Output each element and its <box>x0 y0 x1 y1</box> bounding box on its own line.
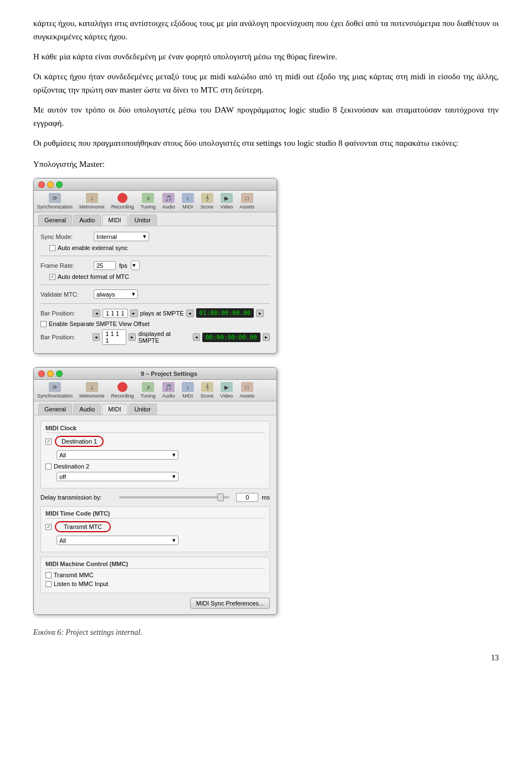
close-button-2[interactable] <box>38 370 45 377</box>
bar-pos-dec-1[interactable]: ◂ <box>93 309 100 317</box>
auto-detect-checkbox[interactable] <box>49 274 55 280</box>
auto-enable-checkbox[interactable] <box>49 245 55 251</box>
bar-pos-inc-1[interactable]: ▸ <box>130 309 138 317</box>
toolbar-synchronization[interactable]: ⟳ Synchronization <box>37 193 73 210</box>
validate-mtc-select[interactable]: always▾ <box>94 289 138 299</box>
destination2-checkbox[interactable] <box>45 464 52 470</box>
enable-offset-row: Enable Separate SMPTE View Offset <box>40 320 270 327</box>
listen-mmc-checkbox[interactable] <box>45 581 52 587</box>
timecode-inc-1[interactable]: ▸ <box>256 309 264 317</box>
toolbar2-recording[interactable]: Recording <box>111 382 134 399</box>
toolbar-midi[interactable]: ♪ MIDI <box>182 193 194 210</box>
transmit-mmc-checkbox[interactable] <box>45 572 52 578</box>
mtc-section: MIDI Time Code (MTC) Transmit MTC All▾ <box>40 506 270 552</box>
toolbar-metronome[interactable]: ♩ Metronome <box>79 193 105 210</box>
paragraph-4: Με αυτόν τον τρόπο οι δύο υπολογιστές μέ… <box>33 103 499 130</box>
toolbar-video[interactable]: ▶ Video <box>220 193 233 210</box>
minimize-button-1[interactable] <box>47 181 54 188</box>
toolbar-audio[interactable]: 🎵 Audio <box>162 193 175 210</box>
toolbar2-metronome[interactable]: ♩ Metronome <box>79 382 105 399</box>
maximize-button-1[interactable] <box>56 181 63 188</box>
toolbar2-video[interactable]: ▶ Video <box>220 382 233 399</box>
screenshot1: ⟳ Synchronization ♩ Metronome Recording … <box>33 178 277 354</box>
content-area-2: MIDI Clock Destination 1 All▾ Destinatio… <box>34 415 277 614</box>
frame-rate-input[interactable]: 25 <box>94 261 116 270</box>
video-icon: ▶ <box>221 193 233 203</box>
page-number: 13 <box>33 654 499 668</box>
content-area-1: Sync Mode: Internal▾ Auto enable externa… <box>34 226 277 353</box>
title-bar-2: 9 – Project Settings <box>34 368 277 380</box>
tab-general-2[interactable]: General <box>38 404 72 415</box>
audio-icon: 🎵 <box>162 193 175 203</box>
tab-unitor-2[interactable]: Unitor <box>129 404 157 415</box>
transmit-midi-clock-checkbox[interactable] <box>45 439 52 445</box>
midi-icon: ♪ <box>182 193 194 203</box>
timecode-display-1: 01:00:00:00.00 <box>196 308 254 318</box>
enable-offset-label: Enable Separate SMPTE View Offset <box>49 320 150 327</box>
midi-icon-2: ♪ <box>182 382 194 392</box>
timecode-display-2: 00:00:00:00.00 <box>202 333 260 342</box>
timecode-dec-2[interactable]: ◂ <box>193 333 200 341</box>
delay-slider-thumb[interactable] <box>217 493 224 501</box>
video-icon-2: ▶ <box>221 382 233 392</box>
delay-value-input[interactable]: 0 <box>236 493 258 502</box>
delay-slider[interactable] <box>119 496 229 498</box>
toolbar-2: ⟳ Synchronization ♩ Metronome Recording … <box>34 380 277 401</box>
toolbar-tuning[interactable]: ♬ Tuning <box>141 193 156 210</box>
timecode-inc-2[interactable]: ▸ <box>263 333 270 341</box>
tab-general-1[interactable]: General <box>38 215 72 226</box>
toolbar2-synchronization[interactable]: ⟳ Synchronization <box>37 382 73 399</box>
tab-unitor-1[interactable]: Unitor <box>129 215 157 226</box>
frame-rate-row: Frame Rate: 25 fps ▾ <box>40 261 270 270</box>
sync-mode-row: Sync Mode: Internal▾ <box>40 232 270 241</box>
destination2-select[interactable]: off▾ <box>57 472 178 481</box>
bar-position-label-1: Bar Position: <box>40 310 90 317</box>
transmit-mtc-select[interactable]: All▾ <box>57 536 178 545</box>
metro-icon-2: ♩ <box>86 382 98 392</box>
minimize-button-2[interactable] <box>47 370 54 377</box>
timecode-dec-1[interactable]: ◂ <box>186 309 194 317</box>
midi-sync-prefs-button[interactable]: MIDI Sync Preferences... <box>190 598 270 609</box>
bar-pos-inc-2[interactable]: ▸ <box>129 333 136 341</box>
tab-midi-2[interactable]: MIDI <box>102 404 127 415</box>
tab-midi-1[interactable]: MIDI <box>102 215 127 226</box>
toolbar-recording[interactable]: Recording <box>111 193 134 210</box>
toolbar-score[interactable]: 𝄞 Score <box>201 193 214 210</box>
plays-at-smpte-label: plays at SMPTE <box>140 310 184 317</box>
mmc-header: MIDI Machine Control (MMC) <box>45 561 265 569</box>
enable-offset-checkbox[interactable] <box>40 321 47 327</box>
bar-pos-dec-2[interactable]: ◂ <box>93 333 100 341</box>
bar-pos-value-2: 1 1 1 1 <box>102 329 126 345</box>
paragraph-1: κάρτες ήχου, καταλήγει στις αντίστοιχες … <box>33 17 499 43</box>
screenshot2-container: 9 – Project Settings ⟳ Synchronization ♩… <box>33 367 499 615</box>
toolbar-assets[interactable]: □ Assets <box>239 193 254 210</box>
close-button-1[interactable] <box>38 181 45 188</box>
auto-detect-row: Auto detect format of MTC <box>49 273 270 280</box>
tab-audio-2[interactable]: Audio <box>73 404 101 415</box>
figure-caption: Εικόνα 6: Project settings internal. <box>33 628 499 637</box>
paragraph-3: Οι κάρτες ήχου ήταν συνδεδεμένες μεταξύ … <box>33 70 499 96</box>
paragraph-5: Οι ρυθμίσεις που πραγματοποιήθηκαν στους… <box>33 136 499 150</box>
toolbar2-score[interactable]: 𝄞 Score <box>201 382 214 399</box>
toolbar2-tuning[interactable]: ♬ Tuning <box>141 382 156 399</box>
displayed-at-smpte-label: displayed at SMPTE <box>138 330 190 344</box>
toolbar2-assets[interactable]: □ Assets <box>239 382 254 399</box>
transmit-mtc-checkbox[interactable] <box>45 524 52 530</box>
destination1-select[interactable]: All▾ <box>57 450 178 460</box>
destination1-row: All▾ <box>57 450 265 460</box>
assets-icon-2: □ <box>241 382 253 392</box>
tab-audio-1[interactable]: Audio <box>73 215 101 226</box>
assets-icon: □ <box>241 193 253 203</box>
mmc-section: MIDI Machine Control (MMC) Transmit MMC … <box>40 557 270 593</box>
sync-mode-select[interactable]: Internal▾ <box>94 232 149 241</box>
transmit-mtc-label: Transmit MTC <box>55 521 111 532</box>
toolbar2-midi[interactable]: ♪ MIDI <box>182 382 194 399</box>
frame-rate-select[interactable]: ▾ <box>131 261 140 270</box>
ms-label: ms <box>262 494 270 501</box>
sync-icon-2: ⟳ <box>49 382 61 392</box>
maximize-button-2[interactable] <box>56 370 63 377</box>
frame-rate-label: Frame Rate: <box>40 262 90 269</box>
auto-detect-label: Auto detect format of MTC <box>58 273 129 280</box>
toolbar2-audio[interactable]: 🎵 Audio <box>162 382 175 399</box>
transmit-mtc-value-row: All▾ <box>57 536 265 545</box>
